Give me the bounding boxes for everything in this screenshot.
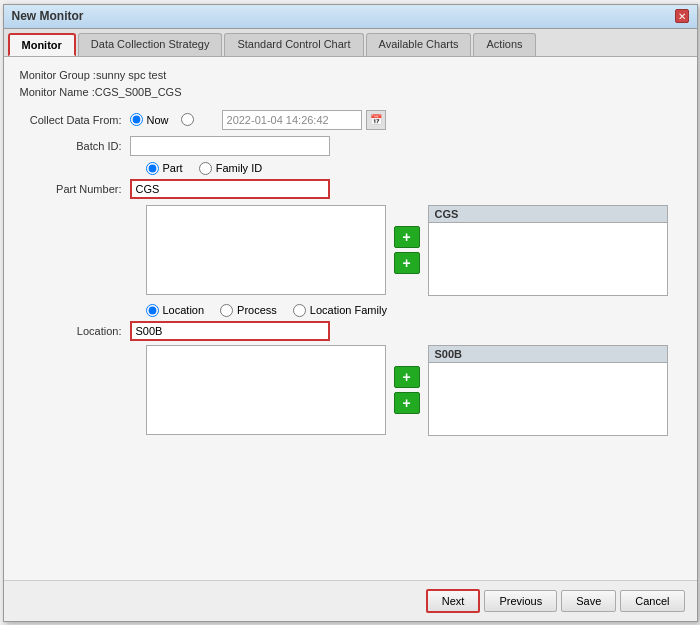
location-type-row: Location Process Location Family — [146, 304, 681, 317]
location-radio-item[interactable]: Location — [146, 304, 205, 317]
location-arrow-col: + + — [386, 345, 428, 435]
footer: Next Previous Save Cancel — [4, 580, 697, 621]
part-number-input[interactable] — [130, 179, 330, 199]
now-label: Now — [147, 114, 169, 126]
part-family-row: Part Family ID — [146, 162, 681, 175]
process-radio[interactable] — [220, 304, 233, 317]
location-right-header: S00B — [428, 345, 668, 362]
family-id-radio-item[interactable]: Family ID — [199, 162, 262, 175]
next-button[interactable]: Next — [426, 589, 481, 613]
part-right-header: CGS — [428, 205, 668, 222]
location-label: Location: — [20, 325, 130, 337]
location-right-panel: S00B — [428, 345, 668, 436]
monitor-info: Monitor Group :sunny spc test Monitor Na… — [20, 67, 681, 102]
datetime-field: 📅 — [222, 110, 386, 130]
part-left-panel — [146, 205, 386, 295]
location-row: Location: — [20, 321, 681, 341]
part-arrow-col: + + — [386, 205, 428, 295]
now-radio-item[interactable]: Now — [130, 113, 169, 126]
location-left-listbox[interactable] — [146, 345, 386, 435]
previous-button[interactable]: Previous — [484, 590, 557, 612]
window-title: New Monitor — [12, 9, 84, 23]
location-family-radio-item[interactable]: Location Family — [293, 304, 387, 317]
batch-id-input[interactable] — [130, 136, 330, 156]
part-add-button2[interactable]: + — [394, 252, 420, 274]
new-monitor-window: New Monitor ✕ Monitor Data Collection St… — [3, 4, 698, 622]
part-add-button[interactable]: + — [394, 226, 420, 248]
tab-monitor[interactable]: Monitor — [8, 33, 76, 56]
location-family-radio[interactable] — [293, 304, 306, 317]
now-radio[interactable] — [130, 113, 143, 126]
datetime-radio-item[interactable] — [181, 113, 194, 126]
location-input[interactable] — [130, 321, 330, 341]
part-radio-item[interactable]: Part — [146, 162, 183, 175]
tab-bar: Monitor Data Collection Strategy Standar… — [4, 29, 697, 57]
location-radio[interactable] — [146, 304, 159, 317]
family-id-radio[interactable] — [199, 162, 212, 175]
save-button[interactable]: Save — [561, 590, 616, 612]
location-right-listbox[interactable] — [428, 362, 668, 436]
family-id-label: Family ID — [216, 162, 262, 174]
part-left-listbox[interactable] — [146, 205, 386, 295]
monitor-name-label: Monitor Name :CGS_S00B_CGS — [20, 84, 681, 102]
process-radio-item[interactable]: Process — [220, 304, 277, 317]
monitor-group-label: Monitor Group :sunny spc test — [20, 67, 681, 85]
calendar-button[interactable]: 📅 — [366, 110, 386, 130]
part-right-listbox[interactable] — [428, 222, 668, 296]
collect-label: Collect Data From: — [20, 114, 130, 126]
datetime-radio[interactable] — [181, 113, 194, 126]
location-family-label: Location Family — [310, 304, 387, 316]
location-radio-label: Location — [163, 304, 205, 316]
tab-actions[interactable]: Actions — [473, 33, 535, 56]
close-button[interactable]: ✕ — [675, 9, 689, 23]
part-radio[interactable] — [146, 162, 159, 175]
location-add-button2[interactable]: + — [394, 392, 420, 414]
batch-id-row: Batch ID: — [20, 136, 681, 156]
collect-radio-group: Now 📅 — [130, 110, 386, 130]
part-dual-panel: + + CGS — [146, 205, 681, 296]
part-right-panel: CGS — [428, 205, 668, 296]
batch-id-label: Batch ID: — [20, 140, 130, 152]
cancel-button[interactable]: Cancel — [620, 590, 684, 612]
tab-available-charts[interactable]: Available Charts — [366, 33, 472, 56]
tab-data-collection[interactable]: Data Collection Strategy — [78, 33, 223, 56]
title-bar: New Monitor ✕ — [4, 5, 697, 29]
process-radio-label: Process — [237, 304, 277, 316]
location-add-button[interactable]: + — [394, 366, 420, 388]
collect-data-row: Collect Data From: Now 📅 — [20, 110, 681, 130]
part-number-row: Part Number: — [20, 179, 681, 199]
location-left-panel — [146, 345, 386, 435]
datetime-input[interactable] — [222, 110, 362, 130]
content-area: Monitor Group :sunny spc test Monitor Na… — [4, 57, 697, 580]
part-number-label: Part Number: — [20, 183, 130, 195]
tab-standard-control-chart[interactable]: Standard Control Chart — [224, 33, 363, 56]
location-dual-panel: + + S00B — [146, 345, 681, 436]
part-radio-label: Part — [163, 162, 183, 174]
